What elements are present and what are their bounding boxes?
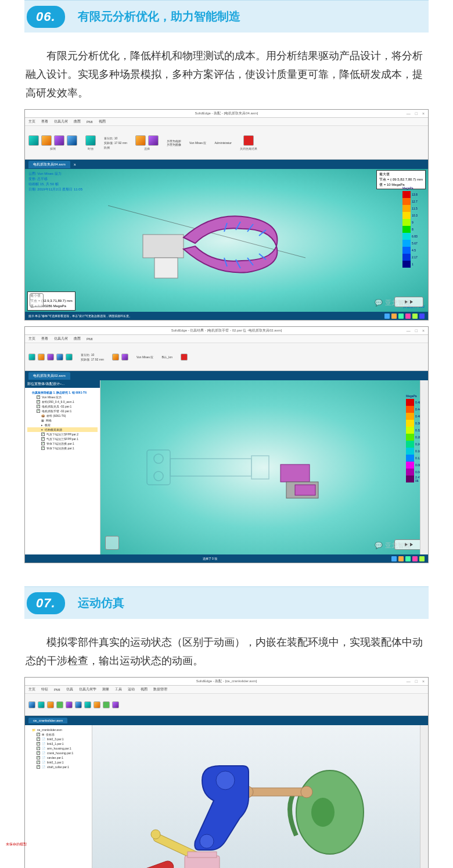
- toolbar-icon[interactable]: [66, 701, 73, 708]
- document-tabs: 电机抓取夹具04.asm ×: [25, 160, 428, 169]
- tree-item[interactable]: 📄 arm_housing.par:1: [27, 746, 89, 751]
- toolbar-icon[interactable]: [103, 701, 110, 708]
- minimize-icon[interactable]: —: [407, 679, 411, 683]
- document-tab[interactable]: ce_crankslider.asm: [28, 718, 67, 723]
- right-sidebar[interactable]: [420, 380, 428, 554]
- toolbar-icon[interactable]: [75, 701, 82, 708]
- menu-item[interactable]: PMI: [87, 337, 93, 341]
- tree-item[interactable]: ⊞ 坐标系: [27, 732, 89, 737]
- sim-icon[interactable]: [135, 135, 146, 146]
- maximize-icon[interactable]: □: [415, 679, 418, 683]
- gripper-model: [108, 188, 305, 293]
- viewport-3d[interactable]: 云图: Von Mises 应力 变形: 总平移 动画帧 15, 共 50 帧 …: [25, 169, 428, 312]
- menu-item[interactable]: 仿真几何学: [79, 687, 96, 692]
- menu-item[interactable]: 仿真: [66, 687, 73, 692]
- view-cube[interactable]: [30, 293, 44, 307]
- toolbar-icon[interactable]: [56, 701, 63, 708]
- tree-item[interactable]: 管体下端法连接.par:1: [27, 446, 98, 451]
- close-icon[interactable]: ×: [422, 679, 425, 683]
- toolbar-icon[interactable]: [28, 354, 35, 361]
- menu-item[interactable]: 曲面: [74, 336, 81, 341]
- display-icon[interactable]: [41, 135, 52, 146]
- time-icon[interactable]: [85, 135, 96, 146]
- menu-item[interactable]: 测量: [102, 687, 109, 692]
- tree-item[interactable]: 📄 shaft_collar.par:1: [27, 765, 89, 769]
- menu-item[interactable]: 运动: [128, 687, 135, 692]
- toolbar-icon[interactable]: [38, 354, 45, 361]
- maximize-icon[interactable]: □: [415, 111, 418, 116]
- tree-root[interactable]: 仿真案例导航器 1. 静态研究 1. 铝 6061-T6: [27, 390, 98, 395]
- tree-item[interactable]: 📄 link0_1.par:1: [27, 760, 89, 765]
- toolbar-icon[interactable]: [121, 354, 128, 361]
- menu-item[interactable]: 仿真几何: [54, 119, 68, 124]
- menu-item[interactable]: 查看: [41, 336, 48, 341]
- svg-point-13: [154, 471, 163, 481]
- maximize-icon[interactable]: □: [415, 329, 418, 333]
- toolbar-icon[interactable]: [112, 701, 119, 708]
- svg-point-27: [151, 830, 160, 839]
- menu-item[interactable]: 特征: [41, 687, 48, 692]
- menu-item[interactable]: 主页: [28, 687, 35, 692]
- menu-item[interactable]: PMI: [54, 688, 60, 691]
- sim-icon[interactable]: [148, 135, 159, 146]
- menu-item[interactable]: 主页: [28, 336, 35, 341]
- toolbar-icon[interactable]: [47, 354, 54, 361]
- tree-item[interactable]: ▸ 载荷: [27, 423, 98, 427]
- svg-rect-30: [141, 859, 175, 868]
- tree-item[interactable]: 📄 link0_3.par:1: [27, 737, 89, 741]
- toolbar-icon[interactable]: [112, 354, 119, 361]
- tree-item[interactable]: 📁 ce_crankslider.asm: [27, 727, 89, 732]
- menu-item[interactable]: 主页: [28, 119, 35, 124]
- close-sim-icon[interactable]: [243, 135, 254, 146]
- menu-item[interactable]: 视图: [99, 119, 106, 124]
- tree-item[interactable]: Von Mises 应力: [27, 395, 98, 399]
- ribbon-toolbar: 探测 时蚀 百分比: 10 实际值: 17.92 mm 比例 选择 另存为电影 …: [25, 126, 428, 160]
- tree-item[interactable]: 电机抓取夹具 -02.par:1: [27, 404, 98, 409]
- tree-item[interactable]: 管体下端法连接.par:1: [27, 441, 98, 446]
- probe-icon[interactable]: [28, 135, 39, 146]
- menu-item[interactable]: 视图: [141, 687, 148, 692]
- tree-item[interactable]: 气压下端法兰SFPP.par.2: [27, 432, 98, 437]
- tree-item[interactable]: 电机抓取手臂 -02.par:1: [27, 409, 98, 413]
- menu-item[interactable]: PMI: [87, 120, 93, 124]
- shade-icon[interactable]: [54, 135, 64, 146]
- svg-rect-14: [170, 459, 251, 476]
- tree-item[interactable]: ▦ 网格: [27, 418, 98, 423]
- menu-item[interactable]: 工具: [115, 687, 122, 692]
- view-cube[interactable]: [105, 536, 119, 550]
- menu-item[interactable]: 查看: [41, 119, 48, 124]
- close-icon[interactable]: ×: [422, 111, 425, 116]
- document-tab[interactable]: 电机抓取夹具02.asm: [28, 372, 70, 380]
- tree-item[interactable]: 材料(050_0.4_9.0_asm.1: [27, 399, 98, 404]
- menu-item[interactable]: 仿真几何: [54, 336, 68, 341]
- toolbar-icon[interactable]: [47, 701, 54, 708]
- minimize-icon[interactable]: —: [407, 329, 411, 333]
- toolbar-icon[interactable]: [94, 701, 100, 708]
- tree-item[interactable]: 📄 crank_housing.par:1: [27, 751, 89, 755]
- close-sim-icon[interactable]: [181, 354, 188, 361]
- toolbar-icon[interactable]: [84, 701, 91, 708]
- toolbar-icon[interactable]: [28, 701, 35, 708]
- toolbar-icon[interactable]: [38, 701, 45, 708]
- toolbar-icon[interactable]: [66, 354, 73, 361]
- section-number: 06.: [27, 6, 65, 28]
- tree-item[interactable]: 📄 link3_1.par:1: [27, 741, 89, 746]
- document-tab[interactable]: 电机抓取夹具04.asm: [28, 161, 70, 168]
- tree-item[interactable]: 气压下端法兰SFPP.par.1: [27, 437, 98, 441]
- close-icon[interactable]: ×: [422, 329, 425, 333]
- tree-item[interactable]: 📦 材料 (6061-T6): [27, 413, 98, 418]
- minimize-icon[interactable]: —: [407, 111, 411, 116]
- svg-rect-29: [188, 852, 217, 858]
- tree-item-selected[interactable]: ▾ 结构载荷来源: [27, 427, 98, 432]
- menu-item[interactable]: 数据管理: [153, 687, 167, 692]
- tab-close-icon[interactable]: ×: [74, 163, 76, 167]
- screenshot-fea-gripper: SolidEdge - 装配 - [电机抓取夹具04.asm] — □ × 主页…: [24, 109, 429, 320]
- mesh-icon[interactable]: [67, 135, 77, 146]
- viewport-3d[interactable]: MegaPa 0.480 0.447 0.407 0.366 0.325 0.2…: [100, 380, 428, 554]
- section-title: 运动仿真: [78, 595, 124, 611]
- toolbar-icon[interactable]: [56, 354, 63, 361]
- menu-item[interactable]: 曲面: [74, 119, 81, 124]
- right-sidebar[interactable]: [420, 725, 428, 868]
- tree-item[interactable]: 📄 cardan.par:1: [27, 755, 89, 760]
- viewport-3d[interactable]: 💬 亚龙智能: [92, 725, 428, 868]
